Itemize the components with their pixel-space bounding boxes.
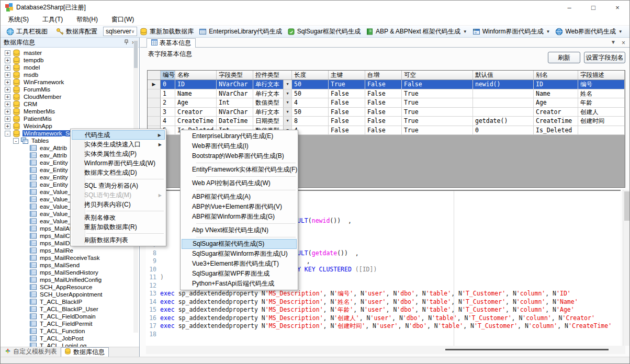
grid-cell[interactable]: 50	[292, 108, 329, 117]
grid-cell[interactable]: False	[365, 108, 402, 117]
tree-item[interactable]: +ForumMis	[1, 86, 51, 93]
grid-cell[interactable]: 50	[292, 89, 329, 98]
grid-cell[interactable]: NVarChar	[217, 89, 253, 98]
tree-item[interactable]: eav_Attrib	[1, 152, 68, 159]
tree-item[interactable]: -Tables	[1, 137, 50, 144]
tree-item[interactable]: mps_MailCo	[1, 232, 74, 240]
combo-dropdown-icon[interactable]: ▼	[283, 80, 291, 89]
tree-item[interactable]: eav_Value_	[1, 210, 72, 218]
tree-item[interactable]: eav_Entity	[1, 166, 69, 174]
row-selector[interactable]: ▶	[148, 80, 161, 89]
tree-item[interactable]: +tempdb	[1, 56, 44, 64]
grid-row-0[interactable]: ▶0IDNVarChar单行文本▼50TrueFalseFalsenewid()…	[148, 80, 625, 89]
chevron-down-icon[interactable]: ▼	[546, 29, 550, 34]
grid-cell[interactable]: 3	[161, 108, 175, 117]
database-type-select[interactable]: sqlserver∨	[103, 27, 137, 36]
tree-item[interactable]: +MemberMis	[1, 108, 56, 115]
cell-control-type[interactable]: 日期类型▼	[253, 117, 292, 126]
submenu-item-Abp VNext框架代码生成(N)[interactable]: Abp VNext框架代码生成(N)	[182, 225, 297, 235]
context-menu-item-数据库文档生成(D)[interactable]: 数据库文档生成(D)	[72, 168, 165, 177]
submenu-item-Python+FastApi后端代码生成[interactable]: Python+FastApi后端代码生成	[182, 279, 297, 289]
grid-cell[interactable]: False	[329, 126, 365, 135]
tree-item[interactable]: +msdb	[1, 71, 39, 78]
grid-row-2[interactable]: 2AgeInt数值类型▼4FalseFalseTrueAge年龄	[148, 98, 625, 108]
cell-control-type[interactable]: 单行文本▼	[253, 89, 292, 98]
grid-cell[interactable]	[473, 89, 534, 98]
tree-item[interactable]: +model	[1, 64, 41, 71]
context-menu-item-表别名修改[interactable]: 表别名修改	[72, 213, 165, 222]
grid-cell[interactable]: True	[402, 89, 473, 98]
context-menu-item-实体类生成快速入口[interactable]: 实体类生成快速入口▶	[72, 140, 165, 149]
grid-cell[interactable]: 1	[161, 89, 175, 98]
context-menu-item-实体类属性生成(P)[interactable]: 实体类属性生成(P)	[72, 149, 165, 158]
tree-item[interactable]: eav_Value_	[1, 203, 72, 210]
grid-cell[interactable]: False	[329, 117, 365, 126]
grid-cell[interactable]: Name	[175, 89, 217, 98]
column-header-字段描述[interactable]: 字段描述	[578, 71, 625, 79]
grid-cell[interactable]: False	[365, 89, 402, 98]
grid-cell[interactable]: DateTime	[217, 117, 253, 126]
tree-item[interactable]: eav_Entity	[1, 159, 69, 166]
tree-item[interactable]: eav_Attrib	[1, 144, 68, 152]
grid-cell[interactable]: 50	[292, 80, 329, 89]
tree-item[interactable]: T_ACL_BlackIP	[1, 298, 83, 305]
grid-cell[interactable]: 编号	[578, 80, 625, 89]
context-menu-item-重新加载数据库(R)[interactable]: 重新加载数据库(R)	[72, 222, 165, 232]
context-menu-item-Winform界面代码生成(W)[interactable]: Winform界面代码生成(W)	[72, 158, 165, 168]
toolbar-button-Winform界面代码生成[interactable]: Winform界面代码生成▼	[470, 26, 553, 37]
menu-工具(T)[interactable]: 工具(T)	[42, 15, 63, 24]
column-header-长度[interactable]: 长度	[292, 71, 329, 79]
submenu-item-ABP框架代码生成(A)[interactable]: ABP框架代码生成(A)	[182, 192, 297, 202]
grid-cell[interactable]: NVarChar	[217, 80, 253, 89]
grid-cell[interactable]: False	[365, 80, 402, 89]
grid-cell[interactable]: Is_Deleted	[534, 126, 578, 135]
toolbar-button-数据库配置[interactable]: 数据库配置	[53, 26, 100, 37]
maximize-button[interactable]: □	[581, 1, 605, 14]
tree-item[interactable]: mps_MailReceiveTask	[1, 254, 100, 261]
row-selector[interactable]	[148, 98, 161, 107]
tree-item[interactable]: -Winframework_Sug	[1, 130, 77, 137]
grid-cell[interactable]	[473, 108, 534, 117]
grid-cell[interactable]: 0	[161, 80, 175, 89]
context-menu-item-代码生成[interactable]: 代码生成▶	[72, 130, 165, 140]
submenu-item-SqlSugar框架代码生成(S)[interactable]: SqlSugar框架代码生成(S)	[182, 239, 297, 249]
combo-dropdown-icon[interactable]: ▼	[283, 89, 291, 98]
tab-table-basic-info[interactable]: 表基本信息	[147, 38, 196, 48]
grid-cell[interactable]: 姓名	[578, 89, 625, 98]
grid-cell[interactable]: 4	[292, 98, 329, 107]
submenu-item-Vue3+Element界面代码生成(T)[interactable]: Vue3+Element界面代码生成(T)	[182, 259, 297, 269]
tree-item[interactable]: +master	[1, 49, 43, 56]
expand-icon[interactable]: +	[5, 123, 10, 129]
chevron-down-icon[interactable]: ▼	[611, 39, 616, 45]
context-menu-item-SQL 查询分析器(A)[interactable]: SQL 查询分析器(A)	[72, 181, 165, 190]
chevron-down-icon[interactable]: ▼	[618, 29, 623, 34]
column-header-名称[interactable]: 名称	[175, 71, 217, 79]
tree-item[interactable]: mps_MailAt	[1, 225, 72, 232]
tree-item[interactable]: eav_Entity	[1, 174, 69, 181]
submenu-item-Bootstrap的Web界面代码生成(B)[interactable]: Bootstrap的Web界面代码生成(B)	[182, 151, 297, 161]
minimize-button[interactable]: –	[557, 1, 581, 14]
tree-item[interactable]: T_ACL_Function	[1, 327, 86, 335]
grid-cell[interactable]	[578, 126, 625, 135]
column-header-主键[interactable]: 主键	[329, 71, 365, 79]
row-selector[interactable]	[148, 89, 161, 98]
tree-item[interactable]: eav_Entity	[1, 181, 69, 188]
grid-cell[interactable]: 8	[292, 117, 329, 126]
submenu-item-Web界面代码生成(I)[interactable]: Web界面代码生成(I)	[182, 141, 297, 151]
collapse-icon[interactable]: -	[13, 138, 19, 144]
expand-icon[interactable]: +	[5, 116, 10, 122]
bottom-tab-自定义模板列表[interactable]: 自定义模板列表	[2, 347, 61, 357]
editor-vertical-scrollbar[interactable]	[623, 190, 630, 346]
cell-control-type[interactable]: 数值类型▼	[253, 98, 292, 107]
grid-cell[interactable]: True	[402, 126, 473, 135]
chevron-down-icon[interactable]: ∨	[131, 29, 135, 34]
grid-cell[interactable]: False	[365, 117, 402, 126]
grid-cell[interactable]: 4	[161, 117, 175, 126]
set-field-alias-button[interactable]: 设置字段别名	[584, 52, 625, 63]
tree-item[interactable]: SCH_UserAppointment	[1, 291, 104, 298]
submenu-item-ABP框架Winform界面生成(G)[interactable]: ABP框架Winform界面生成(G)	[182, 212, 297, 222]
grid-cell[interactable]: CreateTime	[175, 117, 217, 126]
editor-horizontal-scrollbar[interactable]	[146, 346, 625, 354]
tree-item[interactable]: mps_MailSend	[1, 261, 81, 269]
submenu-item-ABP的Vue+Element界面代码(V)[interactable]: ABP的Vue+Element界面代码(V)	[182, 202, 297, 212]
